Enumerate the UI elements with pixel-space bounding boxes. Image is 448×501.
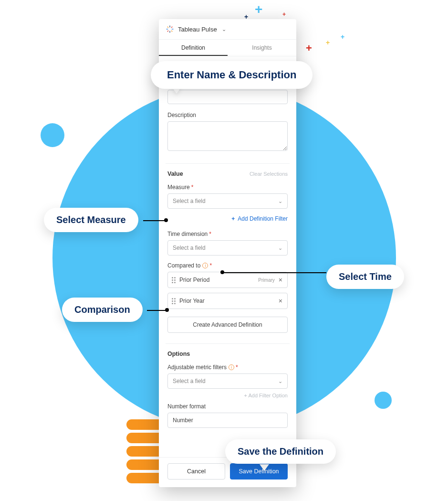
plus-icon: + bbox=[231, 215, 235, 222]
svg-line-4 bbox=[167, 27, 168, 28]
adjustable-filters-placeholder: Select a field bbox=[173, 378, 206, 384]
connector-dot bbox=[165, 308, 169, 312]
add-definition-filter-link[interactable]: +Add Definition Filter bbox=[167, 215, 288, 222]
number-format-value: Number bbox=[173, 417, 193, 424]
measure-label: Measure* bbox=[167, 184, 288, 191]
connector-line bbox=[147, 310, 166, 311]
callout-save-definition: Save the Definition bbox=[225, 439, 336, 464]
add-filter-option-link[interactable]: + Add Filter Option bbox=[167, 393, 288, 398]
measure-select[interactable]: Select a field ⌄ bbox=[167, 193, 288, 209]
number-format-label: Number format bbox=[167, 403, 288, 410]
callout-tail bbox=[260, 464, 269, 471]
remove-chip-icon[interactable]: × bbox=[279, 297, 282, 305]
value-section-header: Value Clear Selections bbox=[167, 171, 288, 177]
chevron-down-icon: ⌄ bbox=[278, 378, 282, 384]
chevron-down-icon: ⌄ bbox=[278, 198, 282, 204]
connector-line bbox=[143, 220, 165, 221]
chip-label: Prior Period bbox=[179, 277, 209, 283]
drag-handle-icon[interactable] bbox=[172, 277, 176, 283]
cancel-button[interactable]: Cancel bbox=[167, 463, 225, 480]
connector-line bbox=[222, 272, 326, 273]
background-dot-right bbox=[375, 392, 392, 409]
comparison-chip-prior-year[interactable]: Prior Year × bbox=[167, 293, 288, 309]
decor-plus-icon: + bbox=[326, 39, 330, 46]
number-format-select[interactable]: Number bbox=[167, 413, 288, 428]
compared-to-label: Compared to i * bbox=[167, 262, 288, 269]
adjustable-filters-label: Adjustable metric filters i * bbox=[167, 364, 288, 371]
divider bbox=[166, 163, 290, 164]
app-title: Tableau Pulse bbox=[178, 26, 217, 33]
decor-plus-icon: + bbox=[255, 3, 262, 16]
decor-plus-icon: + bbox=[306, 43, 312, 53]
measure-placeholder: Select a field bbox=[173, 198, 206, 204]
adjustable-filters-select[interactable]: Select a field ⌄ bbox=[167, 373, 288, 389]
primary-tag: Primary bbox=[258, 277, 274, 283]
clear-selections-link[interactable]: Clear Selections bbox=[250, 171, 288, 177]
svg-line-5 bbox=[171, 31, 172, 32]
decor-plus-icon: + bbox=[282, 11, 286, 17]
description-textarea[interactable] bbox=[167, 121, 288, 151]
connector-dot bbox=[220, 270, 224, 274]
info-icon: i bbox=[229, 364, 234, 370]
decor-plus-icon: + bbox=[341, 33, 344, 40]
time-dimension-select[interactable]: Select a field ⌄ bbox=[167, 240, 288, 256]
drag-handle-icon[interactable] bbox=[172, 298, 176, 304]
time-dimension-placeholder: Select a field bbox=[173, 245, 206, 251]
background-dot-left bbox=[41, 123, 64, 147]
divider bbox=[166, 343, 290, 344]
panel-body: Name* Description Value Clear Selections… bbox=[159, 56, 296, 457]
chevron-down-icon: ⌄ bbox=[278, 245, 282, 251]
create-advanced-definition-button[interactable]: Create Advanced Definition bbox=[167, 317, 288, 333]
callout-select-time: Select Time bbox=[326, 265, 404, 289]
options-title: Options bbox=[167, 351, 288, 357]
callout-name-description: Enter Name & Description bbox=[151, 61, 313, 89]
tab-insights[interactable]: Insights bbox=[228, 40, 296, 56]
chip-label: Prior Year bbox=[179, 298, 205, 304]
callout-comparison: Comparison bbox=[62, 298, 143, 322]
comparison-chip-prior-period[interactable]: Prior Period Primary × bbox=[167, 272, 288, 288]
panel-header: Tableau Pulse ⌄ bbox=[159, 19, 296, 40]
tabs: Definition Insights bbox=[159, 40, 296, 56]
tableau-pulse-logo-icon bbox=[166, 25, 174, 33]
time-dimension-label: Time dimension* bbox=[167, 231, 288, 237]
tab-definition[interactable]: Definition bbox=[159, 40, 228, 56]
name-input[interactable] bbox=[167, 90, 288, 104]
app-dropdown-chevron-icon[interactable]: ⌄ bbox=[222, 26, 226, 32]
callout-select-measure: Select Measure bbox=[44, 208, 138, 232]
value-title: Value bbox=[167, 171, 183, 177]
svg-line-7 bbox=[167, 31, 168, 32]
save-definition-button[interactable]: Save Definition bbox=[230, 463, 288, 480]
connector-dot bbox=[164, 218, 168, 222]
info-icon: i bbox=[202, 263, 208, 268]
remove-chip-icon[interactable]: × bbox=[279, 276, 282, 284]
svg-line-6 bbox=[171, 27, 172, 28]
description-label: Description bbox=[167, 112, 288, 118]
